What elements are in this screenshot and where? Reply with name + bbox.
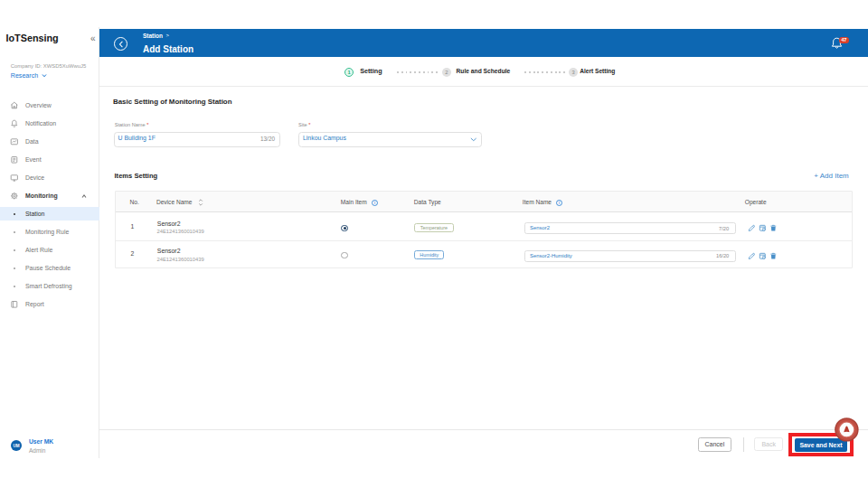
svg-text:i: i <box>559 201 560 205</box>
svg-text:i: i <box>374 201 375 205</box>
